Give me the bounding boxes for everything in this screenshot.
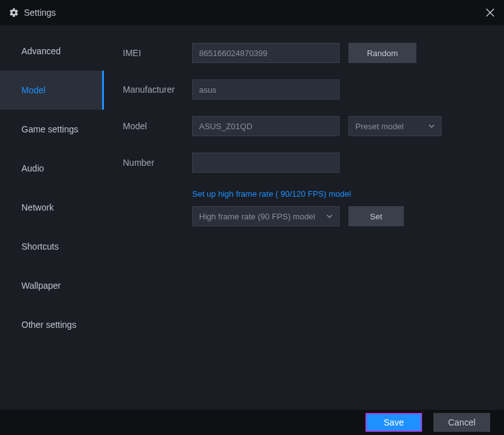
model-row: Model Preset model: [123, 116, 485, 136]
cancel-button[interactable]: Cancel: [433, 413, 490, 432]
chevron-down-icon: [428, 122, 435, 131]
save-button-label: Save: [384, 417, 404, 427]
random-button[interactable]: Random: [348, 43, 416, 63]
sidebar-item-game-settings[interactable]: Game settings: [0, 110, 104, 149]
save-button[interactable]: Save: [365, 413, 422, 432]
sidebar-item-other-settings[interactable]: Other settings: [0, 305, 104, 344]
number-label: Number: [123, 158, 192, 168]
frame-rate-dropdown-label: High frame rate (90 FPS) model: [199, 212, 315, 221]
manufacturer-label: Manufacturer: [123, 84, 192, 95]
manufacturer-row: Manufacturer: [123, 79, 485, 100]
close-button[interactable]: [485, 8, 495, 18]
footer: Save Cancel: [0, 410, 504, 435]
frame-rate-link[interactable]: Set up high frame rate ( 90/120 FPS) mod…: [192, 189, 485, 199]
imei-input[interactable]: [192, 43, 340, 63]
sidebar-item-label: Game settings: [21, 124, 78, 134]
window-title: Settings: [24, 8, 56, 18]
cancel-button-label: Cancel: [448, 417, 476, 427]
imei-row: IMEI Random: [123, 43, 485, 63]
manufacturer-input[interactable]: [192, 79, 340, 100]
sidebar-item-label: Network: [21, 202, 54, 212]
sidebar-item-label: Wallpaper: [21, 281, 61, 291]
sidebar-item-shortcuts[interactable]: Shortcuts: [0, 227, 104, 266]
chevron-down-icon: [326, 212, 333, 221]
sidebar-item-audio[interactable]: Audio: [0, 149, 104, 188]
sidebar-item-label: Advanced: [21, 46, 60, 56]
frame-rate-dropdown[interactable]: High frame rate (90 FPS) model: [192, 206, 340, 226]
set-button-label: Set: [370, 212, 382, 221]
sidebar-item-wallpaper[interactable]: Wallpaper: [0, 266, 104, 305]
sidebar-item-model[interactable]: Model: [0, 71, 104, 110]
preset-model-label: Preset model: [355, 122, 404, 131]
preset-model-dropdown[interactable]: Preset model: [348, 116, 442, 136]
model-input[interactable]: [192, 116, 340, 136]
main-area: Advanced Model Game settings Audio Netwo…: [0, 25, 504, 410]
sidebar-item-label: Shortcuts: [21, 241, 59, 252]
number-row: Number: [123, 153, 485, 173]
model-label: Model: [123, 121, 192, 131]
imei-label: IMEI: [123, 48, 192, 58]
sidebar-item-label: Other settings: [21, 320, 76, 330]
settings-icon: [9, 8, 19, 18]
random-button-label: Random: [367, 49, 398, 58]
sidebar-item-label: Model: [21, 85, 45, 95]
number-input[interactable]: [192, 153, 340, 173]
sidebar: Advanced Model Game settings Audio Netwo…: [0, 25, 104, 410]
set-button[interactable]: Set: [348, 206, 404, 226]
titlebar: Settings: [0, 0, 504, 25]
sidebar-item-advanced[interactable]: Advanced: [0, 32, 104, 71]
content-panel: IMEI Random Manufacturer Model Preset mo…: [104, 25, 504, 410]
sidebar-item-label: Audio: [21, 163, 44, 173]
sidebar-item-network[interactable]: Network: [0, 188, 104, 227]
frame-rate-row: High frame rate (90 FPS) model Set: [192, 206, 485, 226]
